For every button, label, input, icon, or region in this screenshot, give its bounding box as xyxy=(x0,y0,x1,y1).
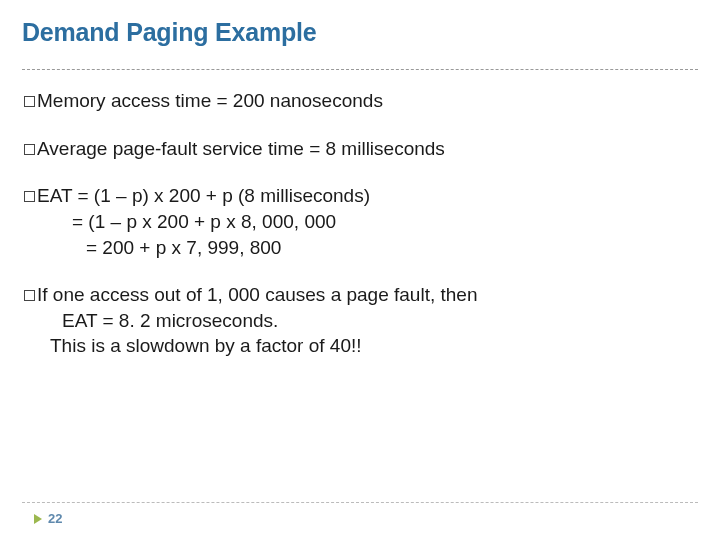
bullet-text: access time = 200 nanoseconds xyxy=(106,90,383,111)
triangle-icon xyxy=(34,514,42,524)
eat-line-3: = 200 + p x 7, 999, 800 xyxy=(24,235,698,261)
bullet-lead: If xyxy=(37,284,48,305)
eat-line-2: = (1 – p x 200 + p x 8, 000, 000 xyxy=(24,209,698,235)
square-bullet-icon xyxy=(24,96,35,107)
bullet-lead: EAT xyxy=(37,185,72,206)
page-number-area: 22 xyxy=(22,511,698,526)
bullet-text: one access out of 1, 000 causes a page f… xyxy=(48,284,478,305)
slide-title: Demand Paging Example xyxy=(22,18,698,47)
bullet-lead: Memory xyxy=(37,90,106,111)
content-area: Memory access time = 200 nanoseconds Ave… xyxy=(22,88,698,359)
divider-top xyxy=(22,69,698,70)
if-line-2: EAT = 8. 2 microseconds. xyxy=(24,308,698,334)
bullet-eat-formula: EAT = (1 – p) x 200 + p (8 milliseconds)… xyxy=(24,183,698,260)
divider-bottom xyxy=(22,502,698,503)
page-number: 22 xyxy=(48,511,62,526)
bullet-avg-page-fault: Average page-fault service time = 8 mill… xyxy=(24,136,698,162)
if-line-3: This is a slowdown by a factor of 40!! xyxy=(24,333,698,359)
square-bullet-icon xyxy=(24,191,35,202)
slide: Demand Paging Example Memory access time… xyxy=(0,0,720,540)
bullet-if-one-access: If one access out of 1, 000 causes a pag… xyxy=(24,282,698,359)
footer: 22 xyxy=(22,502,698,526)
square-bullet-icon xyxy=(24,144,35,155)
square-bullet-icon xyxy=(24,290,35,301)
bullet-text: = (1 – p) x 200 + p (8 milliseconds) xyxy=(72,185,370,206)
bullet-text: page-fault service time = 8 milliseconds xyxy=(107,138,444,159)
bullet-lead: Average xyxy=(37,138,107,159)
bullet-memory-access: Memory access time = 200 nanoseconds xyxy=(24,88,698,114)
